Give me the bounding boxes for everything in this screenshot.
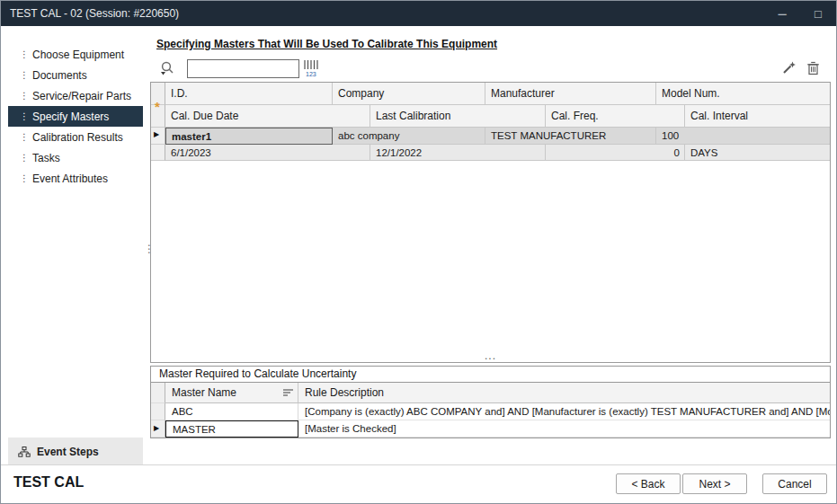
master-row-band-1[interactable]: ▶ master1 abc company TEST MANUFACTURER …	[151, 128, 830, 145]
uncertainty-header-row: Master Name Rule Description	[151, 383, 830, 403]
window-title: TEST CAL - 02 (Session: #220650)	[1, 7, 179, 20]
sidebar-item-label: Calibration Results	[32, 131, 123, 144]
sidebar-item-specify-masters[interactable]: ⋮ Specify Masters	[8, 106, 143, 127]
panel-splitter-handle[interactable]: ...	[485, 349, 496, 362]
column-header-master-name[interactable]: Master Name	[165, 383, 298, 403]
row-indicator: ▶	[151, 128, 165, 145]
uncertainty-panel-title: Master Required to Calculate Uncertainty	[150, 366, 831, 383]
sidebar-item-label: Choose Equipment	[32, 49, 124, 61]
master-row-band-2[interactable]: 6/1/2023 12/1/2022 0 DAYS	[151, 145, 830, 161]
cancel-button[interactable]: Cancel	[762, 473, 827, 494]
grip-dots-icon: ⋮	[20, 174, 24, 183]
app-name: TEST CAL	[13, 474, 84, 491]
row-indicator	[151, 145, 165, 161]
search-icon[interactable]	[159, 60, 176, 77]
uncertainty-panel: Master Required to Calculate Uncertainty…	[150, 366, 831, 438]
row-indicator	[151, 403, 165, 420]
next-button[interactable]: Next >	[682, 473, 747, 494]
sidebar-item-event-attributes[interactable]: ⋮ Event Attributes	[8, 168, 143, 189]
cell-model-num[interactable]: 100	[656, 128, 830, 145]
wizard-buttons: < Back Next > Cancel	[616, 473, 827, 494]
header-band-2: * Cal. Due Date Last Calibration Cal. Fr…	[151, 105, 830, 128]
column-header-model-num[interactable]: Model Num.	[656, 83, 830, 105]
window-controls: ─ □	[764, 1, 836, 26]
page-title: Specifying Masters That Will Be Used To …	[156, 38, 497, 50]
barcode-123-icon[interactable]: 123	[302, 58, 320, 78]
row-indicator: ▶	[151, 420, 165, 438]
sidebar-item-service-repair-parts[interactable]: ⋮ Service/Repair Parts	[8, 85, 143, 106]
sidebar-item-documents[interactable]: ⋮ Documents	[8, 65, 143, 85]
cell-cal-due-date[interactable]: 6/1/2023	[165, 145, 370, 161]
cell-cal-interval[interactable]: DAYS	[685, 145, 830, 161]
uncertainty-row-abc[interactable]: ABC [Company is (exactly) ABC COMPANY an…	[151, 403, 830, 420]
delete-icon[interactable]	[806, 60, 820, 75]
wand-icon[interactable]	[781, 60, 797, 75]
back-button[interactable]: < Back	[616, 473, 681, 494]
masters-toolbar: 123	[150, 57, 831, 82]
uncertainty-row-master[interactable]: ▶ MASTER [Master is Checked]	[151, 420, 830, 438]
sort-ascending-icon	[282, 388, 294, 397]
sidebar-item-label: Service/Repair Parts	[32, 90, 131, 102]
grip-dots-icon: ⋮	[20, 50, 24, 59]
cell-rule-description[interactable]: [Master is Checked]	[298, 420, 830, 438]
grip-dots-icon: ⋮	[20, 71, 24, 80]
column-header-rule-description[interactable]: Rule Description	[298, 383, 830, 403]
grip-dots-icon: ⋮	[20, 133, 24, 142]
cell-id[interactable]: master1	[165, 128, 333, 145]
app-window: TEST CAL - 02 (Session: #220650) ─ □ ⋮ C…	[0, 0, 837, 504]
masters-grid: I.D. Company Manufacturer Model Num. * C…	[150, 82, 831, 363]
cell-rule-description[interactable]: [Company is (exactly) ABC COMPANY and] A…	[298, 403, 830, 420]
cell-cal-freq[interactable]: 0	[546, 145, 685, 161]
cell-company[interactable]: abc company	[333, 128, 485, 145]
sidebar-item-label: Tasks	[32, 152, 60, 164]
sidebar-item-label: Documents	[32, 69, 87, 82]
event-steps-button[interactable]: Event Steps	[8, 438, 143, 466]
column-header-manufacturer[interactable]: Manufacturer	[485, 83, 656, 105]
title-bar: TEST CAL - 02 (Session: #220650) ─ □	[1, 1, 836, 26]
minimize-button[interactable]: ─	[764, 1, 800, 26]
cell-master-name[interactable]: ABC	[165, 403, 298, 420]
sidebar-item-choose-equipment[interactable]: ⋮ Choose Equipment	[8, 44, 143, 65]
column-header-last-calibration[interactable]: Last Calibration	[370, 105, 546, 128]
column-header-id[interactable]: I.D.	[165, 83, 333, 105]
sidebar: ⋮ Choose Equipment ⋮ Documents ⋮ Service…	[8, 35, 143, 466]
new-row-marker-icon: *	[155, 99, 160, 114]
column-header-company[interactable]: Company	[333, 83, 485, 105]
sidebar-item-tasks[interactable]: ⋮ Tasks	[8, 147, 143, 168]
footer-bar: TEST CAL < Back Next > Cancel	[1, 464, 836, 503]
grip-dots-icon: ⋮	[20, 92, 24, 101]
cell-manufacturer[interactable]: TEST MANUFACTURER	[485, 128, 656, 145]
cell-last-calibration[interactable]: 12/1/2022	[370, 145, 546, 161]
current-row-arrow-icon: ▶	[154, 424, 159, 432]
sidebar-item-label: Specify Masters	[32, 111, 109, 123]
column-header-cal-interval[interactable]: Cal. Interval	[685, 105, 830, 128]
event-steps-label: Event Steps	[37, 446, 99, 458]
main-panel: Specifying Masters That Will Be Used To …	[150, 35, 831, 466]
sidebar-item-label: Event Attributes	[32, 172, 108, 185]
current-row-arrow-icon: ▶	[154, 130, 159, 138]
column-header-cal-due-date[interactable]: Cal. Due Date	[165, 105, 370, 128]
maximize-button[interactable]: □	[800, 1, 836, 26]
search-input[interactable]	[187, 59, 299, 78]
barcode-digits: 123	[306, 71, 316, 77]
grip-dots-icon: ⋮	[20, 154, 24, 163]
row-indicator-header	[151, 383, 165, 403]
uncertainty-grid: Master Name Rule Description ABC	[150, 383, 831, 438]
sitemap-icon	[18, 447, 31, 457]
column-header-cal-freq[interactable]: Cal. Freq.	[546, 105, 685, 128]
header-band-1: I.D. Company Manufacturer Model Num.	[151, 83, 830, 105]
row-indicator-header: *	[151, 105, 165, 128]
cell-master-name-editing[interactable]: MASTER	[165, 420, 298, 438]
sidebar-item-calibration-results[interactable]: ⋮ Calibration Results	[8, 127, 143, 147]
grip-dots-icon: ⋮	[20, 112, 24, 121]
